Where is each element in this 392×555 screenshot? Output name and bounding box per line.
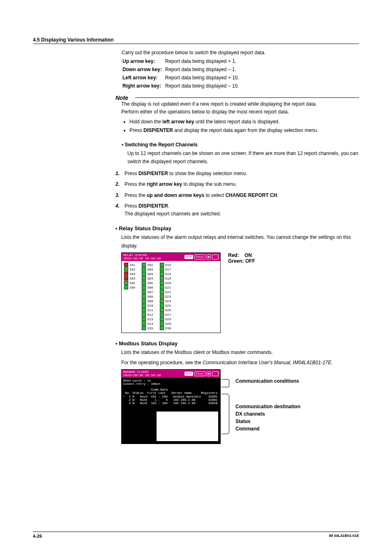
relay-item: S10 (142, 303, 153, 308)
status-square (160, 326, 164, 330)
relay-label: S04 (147, 277, 153, 280)
relay-col-1: I01I02I03I04I05I06 (124, 263, 135, 330)
relay-label: S03 (147, 272, 153, 276)
footer: 4-26 IM 04L41B01-01E (33, 532, 359, 539)
relay-item: S16 (160, 263, 171, 267)
relay-item: S18 (160, 272, 171, 276)
relay-label: S28 (165, 317, 171, 321)
relay-label: S02 (147, 268, 153, 271)
relay-item: S02 (142, 267, 153, 271)
relay-label: S21 (165, 286, 171, 289)
status-square (160, 299, 164, 303)
relay-item: S27 (160, 312, 171, 317)
relay-label: I01 (129, 263, 135, 267)
step-4: 4. Press DISP/ENTER. (115, 202, 359, 210)
status-square (160, 272, 164, 276)
switch-heading: Switching the Report Channels (122, 142, 359, 148)
status-square (124, 281, 128, 285)
interval-badge: 1hour (194, 254, 205, 259)
status-square (124, 285, 128, 289)
relay-timestamp: 2025/10/10 10:10:10 (123, 257, 161, 260)
status-square (160, 294, 164, 298)
relay-item: S03 (142, 272, 153, 276)
relay-desc: Lists the statuses of the alarm output r… (121, 233, 359, 250)
relay-label: S18 (165, 272, 171, 276)
modbus-desc-1: Lists the statuses of the Modbus client … (121, 348, 359, 356)
status-square (142, 276, 146, 280)
relay-label: S27 (165, 313, 171, 317)
relay-label: S10 (147, 304, 153, 308)
modbus-desc-2: For the operating procedure, see the Com… (121, 358, 359, 367)
section-heading: 4.5 Displaying Various Information (33, 37, 359, 44)
relay-label: S15 (147, 326, 153, 330)
relay-item: S29 (160, 321, 171, 326)
doc-id: IM 04L41B01-01E (329, 534, 359, 539)
modbus-cond-1: Read cycle : 1s (123, 379, 219, 382)
status-square (142, 312, 146, 317)
interval-badge: 1hour (194, 371, 205, 376)
relay-item: S11 (142, 308, 153, 312)
arrow-key-table: Up arrow key:Report data being displayed… (122, 57, 242, 90)
modbus-header-2: No. Status First Last Server name Regist… (123, 391, 219, 395)
relay-annotation: Red: ON Green: OFF (228, 252, 255, 264)
status-square (124, 276, 128, 280)
modbus-screenshot: MODBUS CLIENT 2025/10/10 10:10:10 DISP 1… (121, 369, 221, 444)
status-square (142, 267, 146, 271)
relay-item: S20 (160, 281, 171, 285)
relay-item: I05 (124, 281, 135, 285)
relay-col-2: S01S02S03S04S05S06S07S08S09S10S11S12S13S… (142, 263, 153, 330)
relay-label: S29 (165, 322, 171, 326)
status-square (160, 263, 164, 267)
disp-badge: DISP (184, 255, 193, 259)
status-square (142, 326, 146, 330)
note-bullet-2: Press DISP/ENTER and display the report … (129, 127, 359, 134)
relay-item: S07 (142, 290, 153, 294)
brace-1 (221, 379, 229, 387)
page-number: 4-26 (33, 534, 42, 539)
right-key-label: Right arrow key: (122, 82, 164, 90)
relay-heading: Relay Status Display (115, 225, 359, 231)
status-square (124, 272, 128, 276)
relay-item: S05 (142, 281, 153, 285)
note-body: The display is not updated even if a new… (121, 100, 359, 134)
relay-titlebar: RELAY STATUS 2025/10/10 10:10:10 DISP 1h… (122, 253, 220, 261)
sound-icon (212, 371, 219, 376)
relay-label: S11 (147, 308, 153, 312)
status-square (160, 303, 164, 308)
relay-item: S09 (142, 299, 153, 303)
relay-label: S09 (147, 299, 153, 303)
modbus-anno-1: Communication conditions (235, 378, 300, 384)
step-num-4: 4. (115, 202, 125, 210)
modbus-row-1: ➔ 1 R Good C01 - C08 modbus.daxstat1 320… (123, 395, 219, 398)
relay-item: S08 (142, 294, 153, 298)
note-line2: Perform either of the operations below t… (121, 108, 359, 116)
down-key-label: Down arrow key: (122, 66, 164, 73)
step-2: 2. Press the right arrow key to display … (115, 180, 359, 188)
relay-label: I03 (129, 272, 135, 276)
relay-label: S13 (147, 317, 153, 321)
relay-item: S19 (160, 276, 171, 280)
up-key-label: Up arrow key: (122, 58, 164, 65)
disp-badge: DISP (184, 372, 193, 376)
status-square (142, 294, 146, 298)
status-square (160, 267, 164, 271)
status-square (124, 263, 128, 267)
modbus-heading: Modbus Status Display (115, 340, 359, 347)
relay-label: S20 (165, 281, 171, 285)
status-square (160, 290, 164, 294)
modbus-cond-2: Conect.retry : 10min (123, 382, 219, 386)
relay-item: I02 (124, 267, 135, 271)
status-square (160, 317, 164, 321)
status-square (160, 312, 164, 317)
modbus-row-2: 2 W None 1 - 4 192.168.1.80 42001 (123, 398, 219, 402)
relay-label: S26 (165, 308, 171, 312)
modbus-timestamp: 2025/10/10 10:10:10 (123, 374, 161, 377)
relay-item: I03 (124, 272, 135, 276)
status-square (160, 281, 164, 285)
status-square (160, 276, 164, 280)
note-rule (135, 97, 359, 98)
note-bullet-1: Hold down the left arrow key until the l… (129, 118, 359, 126)
step-4-sub: The displayed report channels are switch… (125, 210, 359, 218)
relay-label: S24 (165, 299, 171, 303)
intro-text: Carry out the procedure below to switch … (122, 49, 359, 57)
